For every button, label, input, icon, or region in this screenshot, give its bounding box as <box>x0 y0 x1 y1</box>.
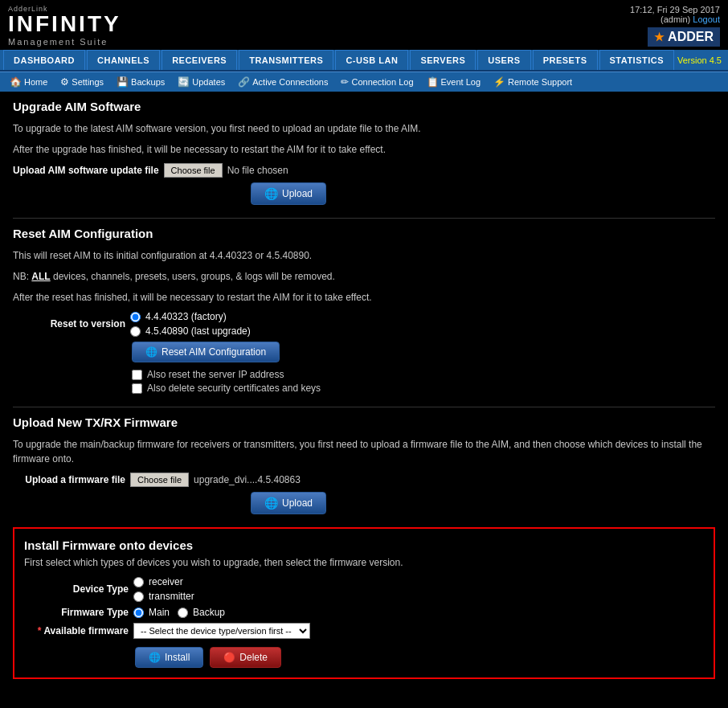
radio-main[interactable] <box>133 608 144 618</box>
reset-section-inner: 🌐 Reset AIM Configuration Also reset the… <box>132 342 715 394</box>
radio-backup[interactable] <box>178 608 188 618</box>
nav-event-log[interactable]: 📋 Event Log <box>422 75 486 89</box>
radio-receiver-label[interactable]: receiver <box>133 576 194 587</box>
remote-support-icon: ⚡ <box>493 76 505 88</box>
tab-servers[interactable]: SERVERS <box>410 50 476 70</box>
upload-firmware-section: Upload New TX/RX Firmware To upgrade the… <box>13 415 715 514</box>
tab-users[interactable]: USERS <box>477 50 530 70</box>
adder-label: ADDER <box>668 30 714 44</box>
upgrade-aim-section: Upgrade AIM Software To upgrade to the l… <box>13 100 715 205</box>
radio-last-upgrade-label[interactable]: 4.5.40890 (last upgrade) <box>130 325 251 337</box>
home-icon: 🏠 <box>10 76 22 88</box>
nav-updates-label: Updates <box>192 77 225 87</box>
admin-section: (admin) Logout <box>630 14 720 24</box>
divider-1 <box>13 218 715 219</box>
no-file-label: No file chosen <box>227 165 288 176</box>
radio-factory[interactable] <box>130 312 141 322</box>
nav-backups[interactable]: 💾 Backups <box>112 75 170 89</box>
device-type-label: Device Type <box>24 583 129 595</box>
radio-transmitter[interactable] <box>133 591 144 602</box>
reset-aim-icon: 🌐 <box>145 346 157 358</box>
upload-firmware-icon: 🌐 <box>264 497 278 510</box>
connection-log-icon: ✏ <box>341 76 349 88</box>
install-button[interactable]: 🌐 Install <box>135 647 203 668</box>
tab-transmitters[interactable]: TRANSMITTERS <box>239 50 333 70</box>
transmitter-label: transmitter <box>149 591 194 602</box>
logout-link[interactable]: Logout <box>693 14 720 24</box>
header: AdderLink INFINITY Management Suite 17:1… <box>0 0 728 50</box>
nav-home[interactable]: 🏠 Home <box>5 75 52 89</box>
backup-label: Backup <box>193 607 225 618</box>
upload-firmware-desc: To upgrade the main/backup firmware for … <box>13 437 715 466</box>
updates-icon: 🔄 <box>178 76 190 88</box>
upload-firmware-title: Upload New TX/RX Firmware <box>13 415 715 432</box>
upload-firmware-button[interactable]: 🌐 Upload <box>251 492 326 514</box>
connections-icon: 🔗 <box>238 76 250 88</box>
choose-file-aim-button[interactable]: Choose file <box>164 163 223 178</box>
upload-firmware-file-row: Upload a firmware file Choose file upgra… <box>13 473 715 487</box>
nav-settings[interactable]: ⚙ Settings <box>55 75 108 89</box>
nav-home-label: Home <box>24 77 47 87</box>
upload-aim-icon: 🌐 <box>264 187 278 200</box>
nav-settings-label: Settings <box>72 77 104 87</box>
reset-to-version-row: Reset to version 4.4.40323 (factory) 4.5… <box>13 311 715 337</box>
choose-file-firmware-button[interactable]: Choose file <box>130 473 189 487</box>
main-label: Main <box>149 607 170 618</box>
radio-factory-label[interactable]: 4.4.40323 (factory) <box>130 311 251 322</box>
nav-remote-support-label: Remote Support <box>508 77 572 87</box>
backups-icon: 💾 <box>117 76 129 88</box>
checkbox-reset-ip[interactable] <box>132 370 142 380</box>
tab-dashboard[interactable]: DASHBOARD <box>3 50 85 70</box>
logo-area: AdderLink INFINITY Management Suite <box>8 5 121 47</box>
delete-label: Delete <box>239 652 268 663</box>
reset-aim-section: Reset AIM Configuration This will reset … <box>13 227 715 394</box>
radio-transmitter-label[interactable]: transmitter <box>133 591 194 602</box>
radio-receiver[interactable] <box>133 577 144 587</box>
install-firmware-desc: First select which types of devices you … <box>24 557 704 568</box>
adder-logo: ★ ADDER <box>630 27 720 47</box>
infinity-logo: INFINITY <box>8 13 121 35</box>
tab-receivers[interactable]: RECEIVERS <box>162 50 237 70</box>
available-firmware-row: * Available firmware -- Select the devic… <box>24 623 704 639</box>
reset-aim-button[interactable]: 🌐 Reset AIM Configuration <box>132 342 280 362</box>
nav-tabs-top: DASHBOARD CHANNELS RECEIVERS TRANSMITTER… <box>0 50 728 72</box>
delete-button[interactable]: 🔴 Delete <box>210 647 281 668</box>
reset-version-radio-group: 4.4.40323 (factory) 4.5.40890 (last upgr… <box>130 311 251 337</box>
nav-updates[interactable]: 🔄 Updates <box>173 75 230 89</box>
checkbox-delete-certs[interactable] <box>132 383 142 394</box>
nav-active-connections[interactable]: 🔗 Active Connections <box>233 75 333 89</box>
reset-aim-desc1: This will reset AIM to its initial confi… <box>13 248 715 263</box>
tab-cusb-lan[interactable]: C-USB LAN <box>335 50 408 70</box>
upload-firmware-btn-container: 🌐 Upload <box>132 492 715 514</box>
version-label: Version 4.5 <box>677 55 725 65</box>
asterisk: * <box>38 625 42 636</box>
checkbox-delete-certs-label: Also delete security certificates and ke… <box>147 383 321 394</box>
main-content: Upgrade AIM Software To upgrade to the l… <box>0 92 728 687</box>
nav-connection-log-label: Connection Log <box>351 77 413 87</box>
radio-main-label[interactable]: Main <box>133 607 170 618</box>
upload-aim-row: Upload AIM software update file Choose f… <box>13 163 715 178</box>
device-type-radio-group: receiver transmitter <box>133 576 194 602</box>
install-firmware-box: Install Firmware onto devices First sele… <box>13 527 715 679</box>
upload-aim-button[interactable]: 🌐 Upload <box>251 182 326 205</box>
nav-remote-support[interactable]: ⚡ Remote Support <box>489 75 577 89</box>
reset-aim-title: Reset AIM Configuration <box>13 227 715 244</box>
tab-presets[interactable]: PRESETS <box>533 50 598 70</box>
radio-last-upgrade[interactable] <box>130 326 141 337</box>
delete-icon: 🔴 <box>223 652 235 663</box>
management-suite-label: Management Suite <box>8 37 121 47</box>
file-chosen-text: upgrade_dvi....4.5.40863 <box>194 474 301 485</box>
tab-channels[interactable]: CHANNELS <box>87 50 160 70</box>
nav-connection-log[interactable]: ✏ Connection Log <box>336 75 418 89</box>
header-right: 17:12, Fri 29 Sep 2017 (admin) Logout ★ … <box>630 5 720 47</box>
firmware-type-label: Firmware Type <box>24 607 129 618</box>
nav-active-connections-label: Active Connections <box>252 77 328 87</box>
available-firmware-select[interactable]: -- Select the device type/version first … <box>133 623 310 639</box>
upload-aim-label: Upload <box>282 188 313 199</box>
reset-to-label: Reset to version <box>13 318 125 329</box>
firmware-type-radio-group: Main Backup <box>133 607 225 618</box>
radio-backup-label[interactable]: Backup <box>178 607 225 618</box>
tab-statistics[interactable]: STATISTICS <box>599 50 675 70</box>
firmware-btn-row: 🌐 Install 🔴 Delete <box>135 647 704 668</box>
reset-aim-desc3: After the reset has finished, it will be… <box>13 290 715 305</box>
